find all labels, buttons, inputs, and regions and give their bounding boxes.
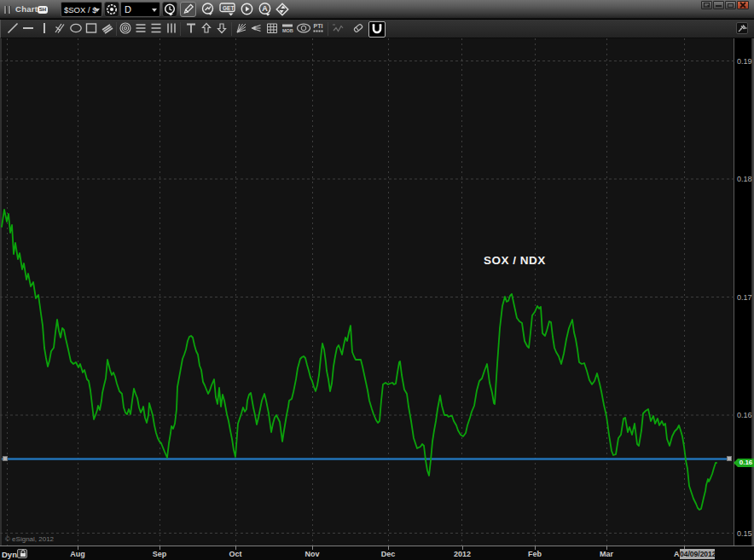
svg-text:PTI: PTI bbox=[313, 23, 322, 29]
svg-text:A: A bbox=[262, 4, 268, 13]
svg-text:GET: GET bbox=[223, 5, 234, 11]
svg-text:MOB: MOB bbox=[282, 28, 293, 33]
